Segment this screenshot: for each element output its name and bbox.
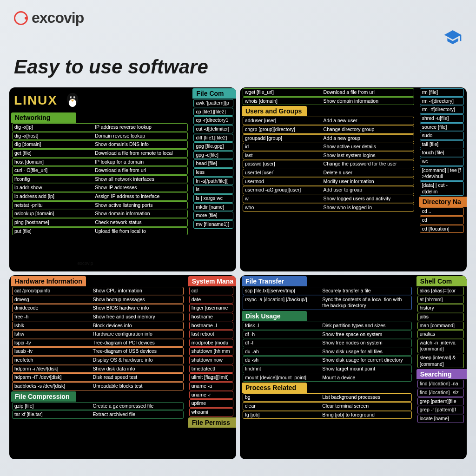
description: Show who is logged in bbox=[324, 205, 412, 211]
command: locate [name] bbox=[417, 415, 464, 423]
command: watch -n [interva [command] bbox=[417, 339, 464, 353]
command-row: chgrp [group][directory]Change directory… bbox=[243, 126, 414, 134]
command-row: fg [job]Bring [job] to foreground bbox=[243, 411, 412, 419]
section: Directory Nacd ..cdcd [/location] bbox=[419, 197, 465, 233]
command: rm [file] bbox=[420, 88, 464, 97]
command: shutdown now bbox=[189, 356, 233, 364]
command: uname -a bbox=[189, 382, 233, 390]
command: fg [job] bbox=[245, 412, 322, 418]
command: find [/location] -siz bbox=[417, 389, 464, 397]
command-row: cat /proc/cpuinfoShow CPU information bbox=[12, 287, 184, 295]
command: userdel [user] bbox=[245, 170, 324, 176]
command-row: df -hShow free space on system bbox=[243, 331, 412, 339]
command-row: lsblkBlock devices info bbox=[12, 322, 184, 330]
section: Disk Usagefdisk -lDisk partition types a… bbox=[242, 311, 413, 382]
command: [data] | cut -d[delim bbox=[420, 181, 464, 196]
section: rm [file]rm -r[directory]rm -rf[director… bbox=[419, 88, 465, 196]
command: groupadd [group] bbox=[245, 135, 324, 142]
command: cut -d[delimiter] bbox=[193, 125, 233, 133]
command: usermod -aG[group][user] bbox=[245, 187, 324, 193]
command: ulimit [flags][limit] bbox=[189, 373, 233, 382]
command: nslookup [domain] bbox=[14, 211, 95, 217]
command-row: ifconfigShow all network interfaces bbox=[12, 175, 188, 184]
command-row: curl - O[file_url]Download a file from u… bbox=[12, 166, 188, 175]
section-header: Hardware Information bbox=[11, 276, 86, 286]
description: Tree-diagram of USB devices bbox=[93, 348, 181, 355]
command: whoami bbox=[189, 408, 233, 416]
command: adduser [user] bbox=[245, 118, 324, 124]
description: Download a file from remote to local bbox=[95, 150, 185, 157]
command: gzip [file] bbox=[14, 403, 93, 410]
panel-grid: LINUX Networkingdig -x[ip]IP address rev… bbox=[0, 87, 476, 469]
command-row: badblocks -s /dev/[disk]Unreadable block… bbox=[12, 382, 184, 390]
command: who bbox=[245, 205, 324, 211]
command: awk '[pattern]{p bbox=[193, 99, 233, 107]
command: ls | xargs wc bbox=[193, 194, 233, 203]
command-row: free -hShow free and used memory bbox=[12, 313, 184, 321]
command: sudo bbox=[420, 132, 464, 140]
description: Disk partition types and sizes bbox=[322, 323, 410, 329]
description: Modify user information bbox=[324, 178, 412, 185]
command: uptime bbox=[189, 399, 233, 408]
description: Delete a user bbox=[324, 170, 412, 176]
description: Securely transfer a file bbox=[322, 288, 410, 294]
command: last reboot bbox=[189, 330, 233, 338]
section-header: Networking bbox=[11, 112, 76, 123]
description: Add a new group bbox=[324, 135, 412, 142]
command-row: usermodModify user information bbox=[243, 178, 414, 186]
section: Networkingdig -x[ip]IP address reverse l… bbox=[11, 112, 189, 235]
command: grep [pattern][file bbox=[417, 397, 464, 406]
command: history bbox=[417, 304, 464, 312]
description: Disk read speed test bbox=[93, 374, 181, 381]
brand-name: excovip bbox=[32, 9, 84, 26]
section-header: Shell Com bbox=[416, 276, 467, 286]
command: ip address add [ip] bbox=[14, 193, 95, 200]
command: dig [domain] bbox=[14, 141, 95, 148]
command: uname -r bbox=[189, 391, 233, 399]
command: head [file] bbox=[193, 159, 233, 168]
section-header: System Mana bbox=[188, 276, 236, 286]
description: Show disk usage for current directory bbox=[322, 357, 410, 364]
section: File Compressiongzip [file]Create a gz c… bbox=[11, 391, 185, 419]
description: Change directory group bbox=[324, 126, 412, 133]
command: alias [alias]='[cor bbox=[417, 287, 464, 295]
command-row: passwd [user]Change the password for the… bbox=[243, 160, 414, 168]
command: put [file] bbox=[14, 228, 95, 235]
section-header: Directory Na bbox=[419, 197, 467, 207]
command: cd [/location] bbox=[420, 225, 464, 233]
description: Show logged users and activity bbox=[324, 196, 412, 202]
command: fdisk -l bbox=[245, 323, 322, 329]
command: source [file] bbox=[420, 123, 464, 132]
command: modprobe [modu bbox=[189, 339, 233, 347]
command: hdparm -tT /dev/[disk] bbox=[14, 374, 93, 381]
command-row: adduser [user]Add a new user bbox=[243, 117, 414, 125]
command: grep -r [pattern][f bbox=[417, 406, 464, 414]
description: Show domain information bbox=[95, 211, 185, 217]
description: Unreadable blocks test bbox=[93, 383, 181, 390]
command: df -I bbox=[245, 340, 322, 346]
command: du -sh bbox=[245, 357, 322, 364]
command-row: lastShow last system logins bbox=[243, 152, 414, 160]
command-row: neofetchDisplay OS & hardware info bbox=[12, 356, 184, 364]
command: lsblk bbox=[14, 323, 93, 329]
watermark: excovip bbox=[77, 261, 93, 266]
command: badblocks -s /dev/[disk] bbox=[14, 383, 93, 390]
description: Tree-diagram of PCI devices bbox=[93, 340, 181, 346]
description: Show active listening ports bbox=[95, 202, 185, 209]
description: Display OS & hardware info bbox=[93, 357, 181, 364]
command: at [hh:mm] bbox=[417, 296, 464, 304]
section-header: Searching bbox=[416, 369, 467, 379]
command: wget [file_url] bbox=[245, 89, 324, 96]
command: touch [file] bbox=[420, 149, 464, 157]
command: mv [filename1][ bbox=[193, 220, 233, 229]
description: Show disk usage for all files bbox=[322, 349, 410, 355]
command: lshw bbox=[14, 331, 93, 337]
command-row: hdparm -i /dev/[disk]Show disk data info bbox=[12, 365, 184, 373]
command: unalias bbox=[417, 330, 464, 338]
svg-point-4 bbox=[71, 97, 72, 98]
command-row: groupadd [group]Add a new group bbox=[243, 134, 414, 143]
command: whois [domain] bbox=[245, 98, 324, 105]
command: cat /proc/cpuinfo bbox=[14, 288, 93, 294]
command-row: clearClear terminal screen bbox=[243, 402, 412, 410]
command: wc bbox=[420, 158, 464, 166]
